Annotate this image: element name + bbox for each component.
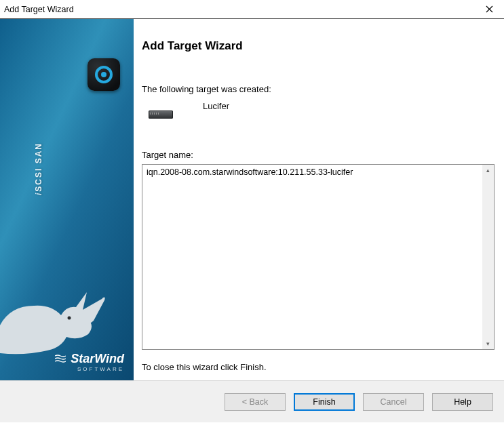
target-name-box: ▴ ▾ — [142, 164, 495, 350]
wizard-content: Add Target Wizard The following target w… — [134, 19, 504, 380]
back-button: < Back — [225, 393, 286, 411]
title-bar: Add Target Wizard — [0, 0, 504, 19]
created-target-name: Lucifer — [203, 101, 229, 111]
close-button[interactable] — [478, 2, 500, 17]
app-icon — [88, 58, 120, 91]
target-name-field[interactable] — [142, 165, 494, 349]
finish-button[interactable]: Finish — [294, 393, 355, 411]
window-title: Add Target Wizard — [4, 5, 478, 14]
product-name-vertical: iSCSI SAN — [19, 142, 47, 195]
close-icon — [486, 5, 493, 13]
server-icon — [149, 110, 173, 119]
target-name-label: Target name: — [142, 150, 495, 160]
target-icon — [95, 66, 113, 83]
svg-point-0 — [68, 317, 71, 320]
wizard-footer: < Back Finish Cancel Help — [0, 380, 504, 422]
rhino-illustration — [0, 265, 134, 360]
closing-instruction: To close this wizard click Finish. — [142, 362, 495, 372]
brand-tagline: SOFTWARE — [55, 366, 124, 372]
scroll-up-icon[interactable]: ▴ — [483, 165, 493, 176]
wave-icon — [55, 355, 66, 365]
created-target-row: Lucifer — [149, 106, 495, 119]
scroll-down-icon[interactable]: ▾ — [483, 338, 493, 349]
page-heading: Add Target Wizard — [142, 39, 495, 53]
help-button[interactable]: Help — [432, 393, 493, 411]
brand-name: StarWind — [71, 352, 124, 365]
created-message: The following target was created: — [142, 84, 495, 94]
cancel-button: Cancel — [363, 393, 424, 411]
wizard-sidebar: iSCSI SAN StarWind SOFTWARE — [0, 19, 134, 380]
scrollbar[interactable]: ▴ ▾ — [482, 165, 494, 349]
brand-footer: StarWind SOFTWARE — [55, 352, 124, 372]
